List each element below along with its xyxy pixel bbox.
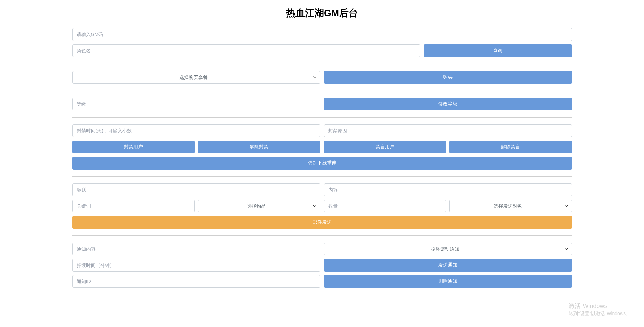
purchase-package-select[interactable]: 选择购买套餐 [72,71,320,84]
divider [72,176,572,177]
force-offline-button[interactable]: 强制下线重连 [72,157,572,170]
gm-code-input[interactable] [72,28,572,41]
modify-level-button[interactable]: 修改等级 [324,98,572,110]
notice-id-input[interactable] [72,275,320,288]
divider [72,64,572,64]
purchase-button[interactable]: 购买 [324,71,572,84]
notice-delete-button[interactable]: 删除通知 [324,275,572,288]
level-input[interactable] [72,98,320,110]
notice-send-button[interactable]: 发送通知 [324,259,572,272]
notice-content-input[interactable] [72,243,320,255]
mail-title-input[interactable] [72,183,320,196]
mail-send-button[interactable]: 邮件发送 [72,216,572,229]
mail-content-input[interactable] [324,183,572,196]
query-button[interactable]: 查询 [424,44,572,57]
notice-duration-input[interactable] [72,259,320,272]
divider [72,117,572,118]
unmute-button[interactable]: 解除禁言 [449,141,572,153]
mail-keyword-input[interactable] [72,200,195,212]
mute-user-button[interactable]: 禁言用户 [324,141,446,153]
divider [72,235,572,236]
ban-time-input[interactable] [72,124,320,137]
ban-reason-input[interactable] [324,124,572,137]
divider [72,91,572,91]
mail-target-select[interactable]: 选择发送对象 [449,200,572,212]
role-name-input[interactable] [72,44,420,57]
ban-user-button[interactable]: 封禁用户 [72,141,195,153]
page-title: 热血江湖GM后台 [72,7,572,20]
unban-button[interactable]: 解除封禁 [198,141,320,153]
notice-type-select[interactable]: 循环滚动通知 [324,243,572,255]
mail-item-select[interactable]: 选择物品 [198,200,320,212]
mail-quantity-input[interactable] [324,200,446,212]
